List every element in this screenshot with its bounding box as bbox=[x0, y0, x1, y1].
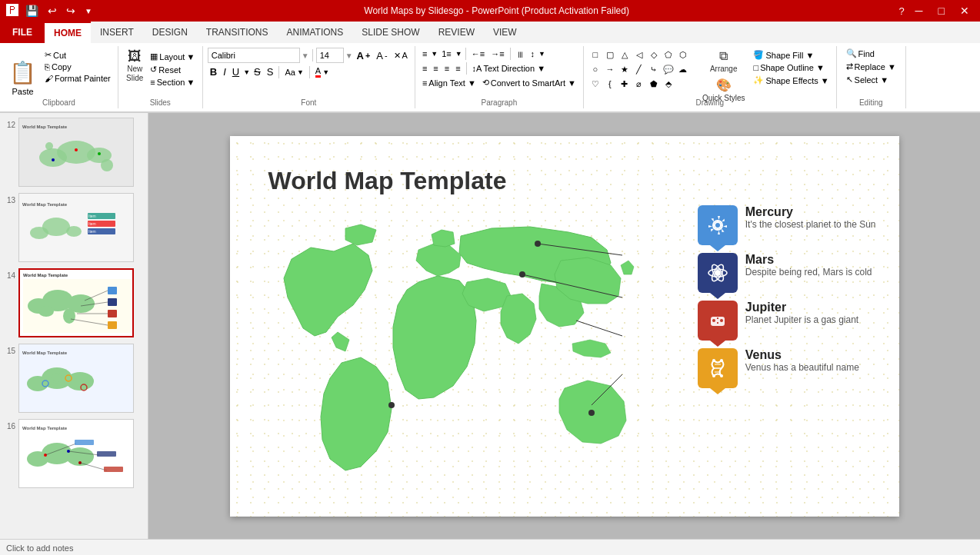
increase-indent-button[interactable]: →≡ bbox=[488, 48, 506, 59]
paragraph-row-3: ≡ Align Text ▼ ⟲ Convert to SmartArt ▼ bbox=[420, 77, 578, 88]
shape-brace[interactable]: { bbox=[603, 77, 617, 91]
select-button[interactable]: ↖ Select ▼ bbox=[844, 74, 892, 85]
align-left-button[interactable]: ≡ bbox=[420, 63, 429, 74]
numbering-dropdown[interactable]: ▼ bbox=[455, 50, 462, 58]
decrease-font-button[interactable]: A- bbox=[374, 49, 389, 62]
tab-view[interactable]: VIEW bbox=[484, 22, 526, 43]
shape-callout[interactable]: 💬 bbox=[662, 62, 675, 76]
font-color-dropdown-icon[interactable]: ▼ bbox=[322, 68, 329, 76]
venus-icon bbox=[698, 348, 738, 388]
svg-point-69 bbox=[720, 359, 723, 362]
bullets-button[interactable]: ≡ bbox=[420, 48, 429, 59]
reset-button[interactable]: ↺ Reset bbox=[148, 64, 197, 75]
new-slide-button[interactable]: 🖼 NewSlide bbox=[123, 48, 146, 85]
shape-arrow[interactable]: → bbox=[603, 62, 617, 76]
change-case-button[interactable]: Aa▼ bbox=[282, 67, 305, 78]
cut-icon: ✂ bbox=[45, 50, 52, 60]
shape-cross[interactable]: ✚ bbox=[618, 77, 632, 91]
shape-star[interactable]: ★ bbox=[618, 62, 632, 76]
ribbon-content: 📋 Paste ✂ Cut ⎘ Copy 🖌 Format Painter bbox=[0, 43, 980, 112]
section-button[interactable]: ≡ Section ▼ bbox=[148, 77, 197, 88]
cut-button[interactable]: ✂ Cut bbox=[42, 49, 113, 61]
font-row-1: ▼ ▼ A+ A- ✕A bbox=[208, 48, 410, 63]
shadow-button[interactable]: S bbox=[265, 65, 276, 78]
bullets-dropdown[interactable]: ▼ bbox=[431, 50, 438, 58]
shape-diamond[interactable]: ◇ bbox=[647, 48, 661, 61]
tab-file[interactable]: FILE bbox=[0, 22, 45, 43]
section-dropdown-icon: ▼ bbox=[186, 78, 195, 87]
shape-misc3[interactable]: ⬘ bbox=[662, 77, 675, 91]
title-bar: 🅿 💾 ↩ ↪ ▼ World Maps by Slidesgo - Power… bbox=[0, 0, 980, 22]
minimize-button[interactable]: ─ bbox=[911, 3, 928, 18]
save-button[interactable]: 💾 bbox=[23, 3, 41, 18]
shape-conn[interactable]: ⤷ bbox=[647, 62, 661, 76]
line-spacing-dropdown[interactable]: ▼ bbox=[538, 50, 545, 58]
shape-misc2[interactable]: ⬟ bbox=[647, 77, 661, 91]
bold-button[interactable]: B bbox=[208, 65, 219, 78]
italic-button[interactable]: I bbox=[221, 65, 228, 78]
redo-button[interactable]: ↪ bbox=[64, 3, 78, 18]
slide-thumb-16[interactable]: 16 World Map Template bbox=[3, 417, 145, 490]
u-dropdown-icon[interactable]: ▼ bbox=[243, 68, 250, 76]
text-direction-button[interactable]: ↕A Text Direction ▼ bbox=[470, 63, 548, 74]
layout-button[interactable]: ▦ Layout ▼ bbox=[148, 51, 197, 62]
slide-num-12: 12 bbox=[5, 121, 15, 129]
shape-rect[interactable]: □ bbox=[588, 48, 602, 61]
shape-heart[interactable]: ♡ bbox=[588, 77, 602, 91]
slide-thumb-15[interactable]: 15 World Map Template bbox=[3, 342, 145, 414]
arrange-button[interactable]: ⧉ Arrange bbox=[699, 48, 748, 75]
shape-misc[interactable]: ⌀ bbox=[632, 77, 646, 91]
line-spacing-button[interactable]: ↕ bbox=[528, 48, 538, 59]
slide-thumb-12[interactable]: 12 World Map Template bbox=[3, 116, 145, 188]
increase-font-button[interactable]: A+ bbox=[355, 49, 373, 62]
tab-insert[interactable]: INSERT bbox=[91, 22, 143, 43]
underline-button[interactable]: U bbox=[230, 65, 242, 78]
font-row-2: B I U ▼ S S Aa▼ A ▼ bbox=[208, 65, 410, 78]
shape-fill-button[interactable]: 🪣 Shape Fill ▼ bbox=[751, 49, 831, 61]
font-name-input[interactable] bbox=[208, 48, 300, 63]
slide-canvas[interactable]: World Map Template bbox=[230, 136, 899, 517]
close-button[interactable]: ✕ bbox=[955, 3, 974, 18]
font-size-input[interactable] bbox=[316, 48, 344, 63]
shape-hexagon[interactable]: ⬡ bbox=[676, 48, 690, 61]
svg-point-54 bbox=[388, 402, 395, 408]
center-button[interactable]: ≡ bbox=[431, 63, 440, 74]
copy-button[interactable]: ⎘ Copy bbox=[42, 61, 113, 72]
tab-slideshow[interactable]: SLIDE SHOW bbox=[352, 22, 428, 43]
replace-button[interactable]: ⇄ Replace ▼ bbox=[844, 61, 898, 72]
justify-button[interactable]: ≡ bbox=[453, 63, 462, 74]
shape-pentagon[interactable]: ⬠ bbox=[662, 48, 675, 61]
numbering-button[interactable]: 1≡ bbox=[439, 48, 454, 59]
slide-thumb-14[interactable]: 14 World Map Template bbox=[3, 267, 145, 339]
shape-effects-button[interactable]: ✨ Shape Effects ▼ bbox=[751, 75, 831, 86]
maximize-button[interactable]: □ bbox=[934, 3, 949, 18]
shape-ellipse[interactable]: ○ bbox=[588, 62, 602, 76]
shape-cloud[interactable]: ☁ bbox=[676, 62, 690, 76]
slide-thumb-13[interactable]: 13 World Map Template Item Item bbox=[3, 191, 145, 264]
format-painter-button[interactable]: 🖌 Format Painter bbox=[42, 73, 113, 84]
smartart-button[interactable]: ⟲ Convert to SmartArt ▼ bbox=[480, 77, 578, 88]
help-icon[interactable]: ? bbox=[898, 5, 904, 17]
clear-format-button[interactable]: ✕A bbox=[392, 50, 410, 61]
font-color-button[interactable]: A ▼ bbox=[313, 65, 332, 78]
align-right-button[interactable]: ≡ bbox=[442, 63, 452, 74]
tab-transitions[interactable]: TRANSITIONS bbox=[197, 22, 278, 43]
shape-line[interactable]: ╱ bbox=[632, 62, 646, 76]
shape-rtriangle[interactable]: ◁ bbox=[632, 48, 646, 61]
customize-qa-button[interactable]: ▼ bbox=[82, 5, 95, 17]
decrease-indent-button[interactable]: ←≡ bbox=[469, 48, 487, 59]
notes-bar[interactable]: Click to add notes bbox=[0, 539, 980, 555]
strikethrough-button[interactable]: S bbox=[252, 65, 263, 78]
tab-review[interactable]: REVIEW bbox=[429, 22, 484, 43]
shape-triangle[interactable]: △ bbox=[618, 48, 632, 61]
columns-button[interactable]: ⫼ bbox=[514, 48, 527, 59]
shape-roundrect[interactable]: ▢ bbox=[603, 48, 617, 61]
tab-home[interactable]: HOME bbox=[45, 22, 91, 43]
paste-button[interactable]: 📋 Paste bbox=[5, 48, 41, 96]
find-button[interactable]: 🔍 Find bbox=[844, 48, 877, 59]
tab-design[interactable]: DESIGN bbox=[143, 22, 197, 43]
align-text-button[interactable]: ≡ Align Text ▼ bbox=[420, 78, 478, 88]
undo-button[interactable]: ↩ bbox=[45, 3, 59, 18]
tab-animations[interactable]: ANIMATIONS bbox=[277, 22, 352, 43]
shape-outline-button[interactable]: □ Shape Outline ▼ bbox=[751, 62, 831, 73]
